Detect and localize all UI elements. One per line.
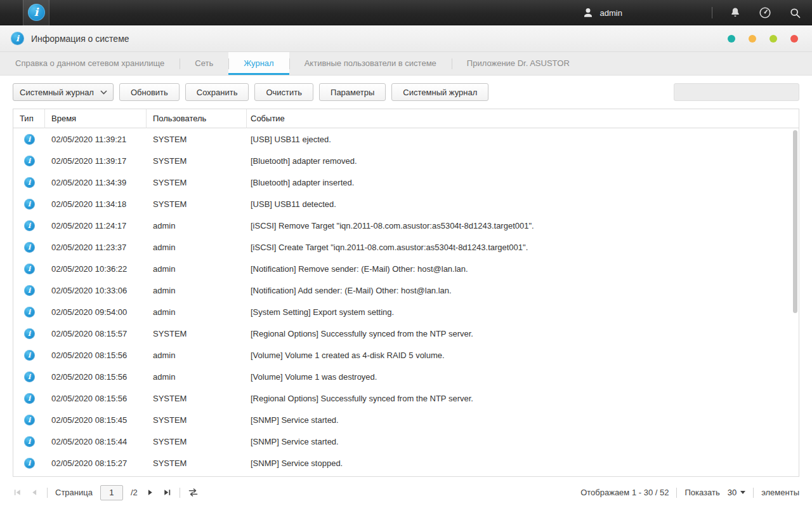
table-row[interactable]: 02/05/2020 10:36:22admin[Notification] R… — [13, 258, 799, 279]
table-row[interactable]: 02/05/2020 08:15:56admin[Volume] Volume … — [13, 366, 799, 387]
column-header-event[interactable]: Событие — [247, 109, 799, 128]
vertical-scrollbar[interactable] — [793, 130, 797, 313]
log-time-cell: 02/05/2020 08:15:44 — [45, 437, 147, 446]
log-time-cell: 02/05/2020 08:15:56 — [45, 351, 147, 360]
log-user-cell: SYSTEM — [147, 199, 247, 209]
show-label: Показать — [684, 488, 719, 497]
info-icon — [24, 415, 35, 425]
refresh-icon[interactable] — [188, 488, 199, 497]
window-dot-teal[interactable] — [728, 35, 735, 43]
table-row[interactable]: 02/05/2020 08:15:27SYSTEM[SNMP] Service … — [13, 452, 799, 474]
toolbar-button[interactable]: Системный журнал — [391, 83, 488, 101]
table-row[interactable]: 02/05/2020 08:15:56admin[Volume] Volume … — [13, 344, 799, 366]
log-time-cell: 02/05/2020 08:15:57 — [45, 329, 147, 338]
log-time-cell: 02/05/2020 11:34:39 — [45, 178, 147, 187]
log-table: Тип Время Пользователь Событие 02/05/202… — [13, 109, 799, 476]
bell-icon[interactable] — [729, 6, 742, 19]
log-search-input[interactable] — [684, 88, 796, 97]
log-type-cell — [13, 436, 45, 447]
toolbar-buttons: ОбновитьСохранитьОчиститьПараметрыСистем… — [119, 83, 488, 101]
table-row[interactable]: 02/05/2020 11:39:21SYSTEM[USB] USB11 eje… — [13, 128, 799, 150]
column-header-time[interactable]: Время — [45, 109, 147, 128]
user-menu[interactable]: admin — [582, 6, 622, 19]
window-dot-yellow[interactable] — [749, 35, 756, 43]
table-row[interactable]: 02/05/2020 11:39:17SYSTEM[Bluetooth] ada… — [13, 150, 799, 171]
info-icon — [24, 458, 35, 469]
search-icon[interactable] — [789, 6, 802, 20]
log-type-dropdown[interactable]: Системный журнал — [13, 83, 114, 101]
log-event-cell: [iSCSI] Create Target "iqn.2011-08.com.a… — [247, 243, 799, 252]
separator — [753, 488, 754, 498]
next-page-button[interactable] — [145, 488, 155, 497]
page-size-value: 30 — [728, 488, 737, 497]
log-event-cell: [Regional Options] Successfully synced f… — [247, 329, 799, 338]
table-row[interactable]: 02/05/2020 10:33:06admin[Notification] A… — [13, 279, 799, 301]
toolbar: Системный журнал ОбновитьСохранитьОчисти… — [0, 76, 812, 109]
previous-page-button[interactable] — [30, 488, 39, 497]
tab-bar: Справка о данном сетевом хранилищеСетьЖу… — [0, 52, 812, 76]
table-row[interactable]: 02/05/2020 11:34:18SYSTEM[USB] USB11 det… — [13, 193, 799, 215]
log-time-cell: 02/05/2020 11:39:17 — [45, 156, 147, 166]
page-size-dropdown[interactable]: 30 — [728, 488, 745, 497]
tab-5[interactable]: Приложение Dr. ASUSTOR — [452, 52, 585, 75]
column-header-user[interactable]: Пользователь — [147, 109, 247, 128]
toolbar-button[interactable]: Параметры — [319, 83, 386, 101]
log-time-cell: 02/05/2020 08:15:45 — [45, 415, 147, 425]
column-header-type[interactable]: Тип — [13, 109, 45, 128]
window-dot-green[interactable] — [769, 35, 777, 43]
log-event-cell: [USB] USB11 detected. — [247, 199, 799, 209]
separator — [180, 488, 180, 498]
log-user-cell: admin — [147, 307, 247, 317]
table-row[interactable]: 02/05/2020 09:54:00admin[System Setting]… — [13, 301, 799, 323]
active-app-tile[interactable] — [23, 0, 49, 25]
table-row[interactable]: 02/05/2020 11:23:37admin[iSCSI] Create T… — [13, 236, 799, 258]
log-user-cell: SYSTEM — [147, 437, 247, 446]
user-icon — [582, 6, 594, 19]
table-row[interactable]: 02/05/2020 08:15:56SYSTEM[Regional Optio… — [13, 387, 799, 409]
window-dot-red[interactable] — [790, 35, 798, 43]
first-page-button[interactable] — [13, 488, 22, 497]
gauge-icon[interactable] — [758, 6, 772, 20]
page-number-input[interactable] — [100, 485, 123, 500]
toolbar-button[interactable]: Обновить — [119, 83, 180, 101]
caret-down-icon — [740, 491, 745, 494]
log-user-cell: admin — [147, 264, 247, 274]
log-type-cell — [13, 134, 45, 145]
tab-4[interactable]: Активные пользователи в системе — [289, 52, 452, 75]
log-search-box — [674, 83, 799, 101]
pagination-summary: Отображаем 1 - 30 / 52 Показать 30 элеме… — [580, 488, 799, 498]
table-row[interactable]: 02/05/2020 11:24:17admin[iSCSI] Remove T… — [13, 215, 799, 236]
log-event-cell: [SNMP] Service stopped. — [247, 458, 799, 468]
last-page-button[interactable] — [162, 488, 172, 497]
log-type-cell — [13, 199, 45, 210]
toolbar-button[interactable]: Сохранить — [185, 83, 249, 101]
table-row[interactable]: 02/05/2020 08:15:57SYSTEM[Regional Optio… — [13, 323, 799, 344]
info-icon — [24, 393, 35, 404]
table-row[interactable]: 02/05/2020 11:34:39SYSTEM[Bluetooth] ada… — [13, 171, 799, 193]
log-time-cell: 02/05/2020 08:15:56 — [45, 394, 147, 403]
toolbar-button[interactable]: Очистить — [254, 83, 313, 101]
table-row[interactable]: 02/05/2020 08:15:44SYSTEM[SNMP] Service … — [13, 431, 799, 452]
system-information-app-icon — [28, 4, 45, 21]
log-type-cell — [13, 220, 45, 231]
showing-label: Отображаем 1 - 30 / 52 — [580, 488, 669, 497]
log-time-cell: 02/05/2020 09:54:00 — [45, 307, 147, 317]
log-event-cell: [iSCSI] Remove Target "iqn.2011-08.com.a… — [247, 221, 799, 231]
page-label: Страница — [55, 488, 93, 497]
tab-1[interactable]: Справка о данном сетевом хранилище — [0, 52, 180, 75]
log-time-cell: 02/05/2020 10:36:22 — [45, 264, 147, 274]
tab-3[interactable]: Журнал — [228, 52, 289, 75]
log-type-cell — [13, 393, 45, 404]
info-icon — [24, 328, 35, 339]
log-user-cell: SYSTEM — [147, 178, 247, 187]
log-user-cell: admin — [147, 351, 247, 360]
tab-2[interactable]: Сеть — [180, 52, 228, 75]
log-time-cell: 02/05/2020 08:15:56 — [45, 372, 147, 382]
info-icon — [24, 285, 35, 296]
table-row[interactable]: 02/05/2020 08:15:45SYSTEM[SNMP] Service … — [13, 409, 799, 431]
log-event-cell: [Bluetooth] adapter removed. — [247, 156, 799, 166]
topbar-right: admin — [582, 0, 802, 25]
log-user-cell: admin — [147, 243, 247, 252]
log-type-cell — [13, 415, 45, 425]
log-event-cell: [Notification] Add sender: (E-Mail) Othe… — [247, 286, 799, 295]
